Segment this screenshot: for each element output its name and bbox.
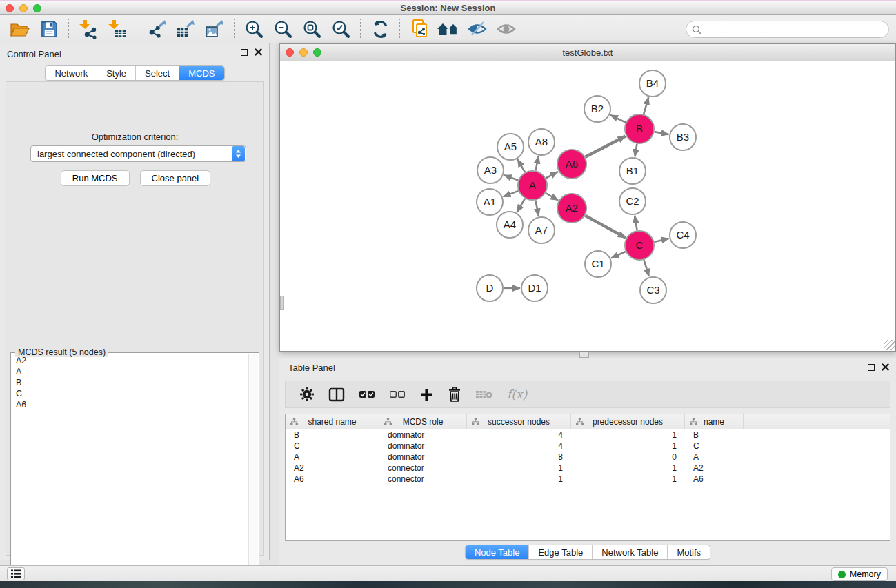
graph-edge-A-A7[interactable] — [535, 201, 539, 216]
graph-edge-A-A4[interactable] — [517, 199, 526, 212]
table-cell: A2 — [286, 463, 379, 473]
graph-edge-C-C1[interactable] — [611, 252, 626, 258]
hide-selected-button[interactable] — [463, 17, 492, 41]
import-network-button[interactable] — [74, 17, 103, 41]
memory-button[interactable]: Memory — [831, 567, 888, 581]
graph-edge-A-A6[interactable] — [546, 172, 558, 179]
graph-edge-A-A3[interactable] — [504, 175, 519, 180]
mcds-result-box: MCDS result (5 nodes) A2ABCA6 — [10, 352, 259, 587]
show-all-button[interactable] — [492, 17, 521, 41]
network-view-window[interactable]: testGlobe.txt B4B2BB3A5A8A6B1A3AC2A1A2A4… — [279, 43, 896, 352]
graph-node-label-A: A — [529, 179, 536, 191]
table-cell: A2 — [685, 463, 744, 473]
column-header-predecessor-nodes[interactable]: predecessor nodes — [571, 414, 685, 429]
network-window-titlebar[interactable]: testGlobe.txt — [280, 44, 895, 61]
tab-mcds[interactable]: MCDS — [179, 66, 223, 80]
graph-edge-B-B2[interactable] — [610, 115, 626, 123]
open-file-icon — [10, 20, 30, 38]
control-panel-title: Control Panel — [7, 49, 61, 59]
column-header-shared-name[interactable]: shared name — [286, 414, 379, 429]
tab-node-table[interactable]: Node Table — [466, 545, 529, 559]
graph-edge-A6-B[interactable] — [586, 136, 626, 157]
main-titlebar[interactable]: Session: New Session — [0, 0, 896, 15]
graph-edge-A-A2[interactable] — [546, 193, 558, 201]
zoom-out-button[interactable] — [268, 17, 297, 41]
delete-button[interactable] — [448, 384, 461, 405]
status-bar: Memory — [0, 565, 896, 581]
graph-edge-C-C3[interactable] — [644, 260, 649, 276]
search-input[interactable] — [705, 25, 877, 34]
zoom-selected-button[interactable] — [326, 17, 355, 41]
search-field[interactable] — [686, 21, 889, 38]
split-pane-toggle[interactable] — [579, 352, 589, 358]
graph-edge-B-B4[interactable] — [644, 97, 648, 114]
tab-network[interactable]: Network — [46, 66, 97, 80]
graph-edge-C-C4[interactable] — [654, 239, 668, 242]
export-table-button[interactable] — [171, 17, 200, 41]
delete-table-icon — [475, 389, 493, 400]
window-resize-grip[interactable] — [884, 340, 895, 350]
table-header-row: shared nameMCDS rolesuccessor nodesprede… — [286, 414, 890, 429]
mcds-result-item[interactable]: A2 — [12, 355, 248, 366]
table-settings-button[interactable] — [299, 384, 315, 405]
graph-edge-B-B3[interactable] — [655, 132, 669, 134]
canvas-divider-handle[interactable] — [280, 296, 284, 310]
tab-network-table[interactable]: Network Table — [592, 545, 667, 559]
table-cell: A6 — [286, 474, 379, 484]
mcds-result-item[interactable]: A — [12, 366, 248, 377]
graph-edge-B-B1[interactable] — [635, 144, 637, 157]
select-all-icon — [359, 390, 375, 398]
table-tab-bar: Node Table Edge Table Network Table Moti… — [465, 545, 710, 560]
deselect-all-button[interactable] — [389, 384, 406, 405]
export-network-button[interactable] — [142, 17, 171, 41]
graph-edge-C-C2[interactable] — [635, 216, 637, 231]
open-file-button[interactable] — [6, 17, 34, 41]
float-panel-icon[interactable] — [868, 364, 875, 371]
graph-edge-A2-C[interactable] — [585, 216, 626, 238]
mcds-result-list[interactable]: A2ABCA6 — [12, 355, 248, 585]
close-panel-button[interactable]: Close panel — [140, 170, 211, 186]
delete-table-button[interactable] — [475, 384, 493, 405]
zoom-in-button[interactable] — [239, 17, 268, 41]
graph-edge-A-A5[interactable] — [517, 159, 525, 172]
graph-edge-A-A8[interactable] — [535, 156, 538, 171]
split-panel-button[interactable] — [328, 384, 345, 405]
export-image-button[interactable] — [200, 17, 229, 41]
clone-network-button[interactable] — [405, 17, 434, 41]
result-scrollbar[interactable] — [248, 354, 258, 585]
graph-node-label-C4: C4 — [676, 229, 689, 241]
save-session-button[interactable] — [34, 17, 63, 41]
tab-motifs[interactable]: Motifs — [667, 545, 710, 559]
mcds-result-item[interactable]: B — [12, 377, 248, 388]
float-panel-icon[interactable] — [241, 49, 248, 56]
first-neighbors-button[interactable] — [434, 17, 463, 41]
import-table-button[interactable] — [103, 17, 132, 41]
table-row[interactable]: A6connector11A6 — [286, 474, 890, 485]
select-all-button[interactable] — [359, 384, 375, 405]
table-row[interactable]: Cdominator41C — [286, 440, 890, 452]
table-row[interactable]: A2connector11A2 — [286, 463, 890, 474]
tab-select[interactable]: Select — [135, 66, 179, 80]
column-header-MCDS-role[interactable]: MCDS role — [379, 414, 467, 429]
tab-edge-table[interactable]: Edge Table — [528, 545, 592, 559]
zoom-fit-button[interactable] — [297, 17, 326, 41]
optimization-criterion-select[interactable]: largest connected component (directed) — [30, 145, 246, 162]
mcds-result-item[interactable]: C — [12, 388, 248, 399]
column-header-name[interactable]: name — [685, 414, 744, 429]
network-canvas[interactable]: B4B2BB3A5A8A6B1A3AC2A1A2A4A7C4CC1C3DD1 — [280, 61, 895, 351]
table-row[interactable]: Bdominator41B — [286, 429, 890, 440]
add-column-button[interactable] — [419, 384, 434, 405]
apply-layout-button[interactable] — [366, 17, 395, 41]
mcds-result-item[interactable]: A6 — [12, 399, 248, 410]
run-mcds-button[interactable]: Run MCDS — [61, 170, 130, 186]
table-cell: B — [685, 430, 744, 440]
table-row[interactable]: Adominator80A — [286, 452, 890, 463]
tab-style[interactable]: Style — [97, 66, 135, 80]
graph-edge-A-A1[interactable] — [504, 191, 519, 197]
task-history-button[interactable] — [7, 567, 25, 580]
function-builder-button[interactable]: f(x) — [507, 384, 527, 405]
network-graph-svg[interactable]: B4B2BB3A5A8A6B1A3AC2A1A2A4A7C4CC1C3DD1 — [280, 61, 895, 351]
close-panel-icon[interactable] — [882, 363, 889, 371]
close-panel-icon[interactable] — [255, 48, 262, 56]
column-header-successor-nodes[interactable]: successor nodes — [467, 414, 571, 429]
